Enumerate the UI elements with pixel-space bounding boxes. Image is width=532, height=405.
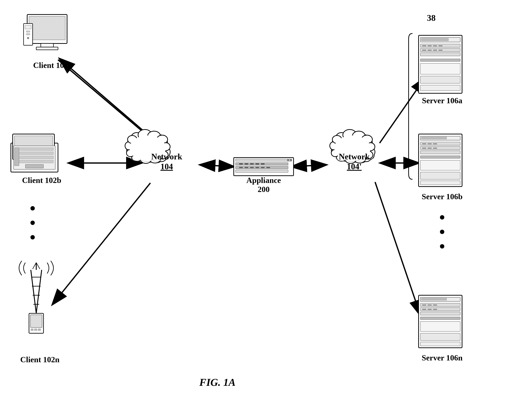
dot-right-1 (440, 215, 444, 220)
svg-rect-90 (420, 181, 460, 185)
fig-caption: FIG. 1A (199, 376, 236, 388)
svg-rect-99 (428, 304, 432, 306)
svg-line-126 (31, 270, 36, 313)
dot-left-3 (30, 235, 35, 239)
svg-line-8 (200, 165, 234, 167)
svg-rect-114 (26, 34, 30, 35)
svg-rect-50 (261, 163, 265, 164)
server-106b-icon (419, 134, 462, 187)
svg-rect-65 (428, 45, 432, 46)
svg-rect-98 (422, 304, 426, 306)
dot-right-3 (440, 244, 444, 249)
svg-rect-122 (15, 156, 54, 159)
network-104prime-num: 104' (347, 162, 362, 171)
svg-rect-81 (420, 156, 460, 158)
svg-rect-51 (239, 167, 243, 168)
client-102b-label: Client 102b (22, 176, 61, 185)
group-38-label: 38 (427, 13, 436, 23)
svg-rect-71 (438, 50, 443, 51)
svg-line-9 (292, 165, 326, 167)
svg-rect-124 (25, 164, 43, 168)
appliance-num: 200 (258, 185, 270, 194)
svg-rect-66 (433, 45, 437, 46)
svg-rect-55 (261, 167, 265, 168)
svg-rect-56 (266, 167, 270, 168)
client-102n-label: Client 102n (20, 355, 59, 364)
client-102a-icon (24, 14, 67, 50)
svg-rect-94 (420, 303, 460, 306)
svg-rect-125 (14, 148, 19, 166)
svg-rect-105 (420, 333, 460, 341)
appliance-label: Appliance (246, 176, 281, 185)
svg-line-134 (36, 263, 40, 269)
svg-rect-70 (433, 50, 437, 51)
svg-rect-69 (428, 50, 432, 51)
dot-right-2 (440, 230, 444, 234)
svg-rect-139 (38, 329, 41, 331)
network-104-num: 104 (161, 162, 173, 171)
svg-rect-64 (422, 45, 426, 46)
svg-rect-103 (433, 309, 437, 310)
svg-rect-85 (422, 148, 426, 149)
svg-rect-102 (428, 309, 432, 310)
dot-left-2 (30, 221, 35, 225)
svg-rect-62 (420, 53, 460, 56)
network-104-label: Network (151, 152, 182, 161)
svg-rect-68 (422, 50, 426, 51)
svg-rect-46 (239, 163, 243, 164)
svg-rect-67 (438, 45, 443, 46)
svg-rect-123 (15, 160, 54, 163)
svg-line-133 (33, 263, 36, 269)
svg-rect-120 (15, 148, 54, 150)
svg-rect-101 (422, 309, 426, 310)
client-102n-icon (19, 261, 54, 333)
svg-point-45 (290, 159, 292, 161)
svg-rect-73 (420, 76, 460, 83)
svg-rect-104 (420, 322, 460, 331)
svg-rect-93 (421, 298, 447, 300)
svg-rect-106 (420, 342, 460, 346)
svg-rect-78 (420, 142, 460, 145)
svg-rect-112 (25, 25, 31, 29)
server-106n-icon (419, 295, 462, 348)
svg-line-7 (53, 183, 150, 304)
svg-rect-113 (26, 31, 30, 32)
client-102a-label: Client 102a (33, 61, 72, 70)
dot-left-1 (30, 206, 35, 210)
server-106n-label: Server 106n (422, 353, 462, 362)
svg-point-44 (287, 159, 289, 161)
svg-rect-86 (428, 148, 432, 149)
svg-rect-136 (30, 315, 42, 327)
svg-rect-49 (255, 163, 259, 164)
svg-line-10 (380, 78, 425, 143)
svg-rect-59 (421, 38, 449, 41)
svg-rect-72 (420, 63, 460, 74)
svg-rect-88 (420, 160, 460, 170)
svg-rect-48 (250, 163, 254, 164)
svg-rect-54 (255, 167, 259, 168)
svg-rect-80 (420, 151, 460, 154)
svg-rect-137 (31, 329, 33, 331)
svg-rect-40 (236, 159, 292, 161)
svg-rect-108 (29, 16, 65, 40)
svg-rect-84 (433, 143, 437, 144)
svg-rect-87 (433, 148, 437, 149)
svg-rect-77 (421, 137, 447, 139)
network-104prime-label: Network (339, 152, 370, 161)
svg-rect-63 (420, 59, 460, 61)
svg-rect-138 (34, 329, 37, 331)
svg-rect-79 (420, 146, 460, 150)
svg-rect-110 (36, 47, 58, 50)
server-106b-label: Server 106b (422, 192, 462, 201)
svg-rect-43 (236, 170, 288, 172)
svg-rect-100 (433, 304, 437, 306)
svg-rect-95 (420, 308, 460, 311)
server-106a-icon (419, 35, 462, 93)
svg-point-115 (27, 37, 29, 39)
svg-line-12 (375, 182, 420, 315)
svg-rect-109 (41, 43, 54, 47)
svg-rect-121 (15, 152, 54, 155)
svg-rect-83 (428, 143, 432, 144)
svg-rect-53 (250, 167, 254, 168)
svg-rect-52 (245, 167, 248, 168)
